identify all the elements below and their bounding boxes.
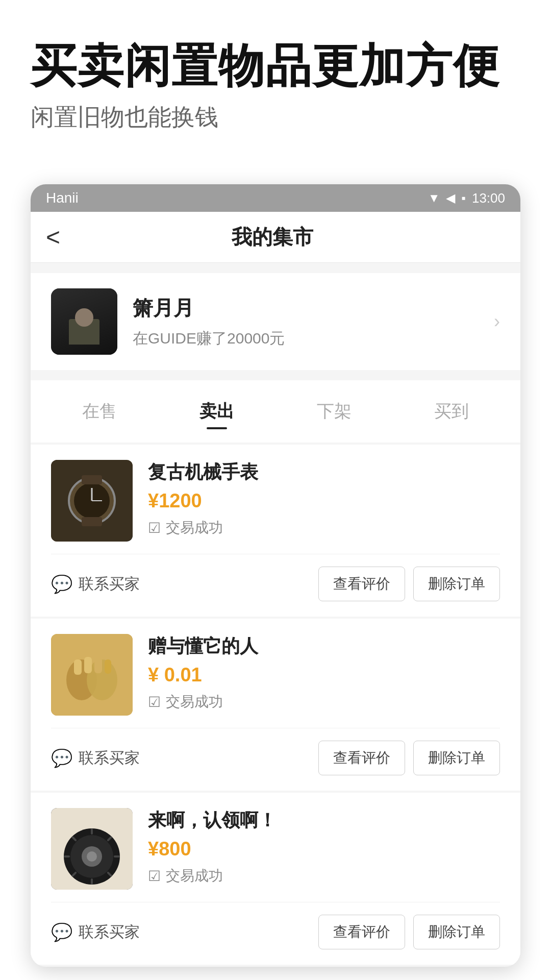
product-details: 复古机械手表 ¥1200 ☑ 交易成功 [148,460,500,537]
svg-rect-13 [105,659,111,674]
delete-order-button[interactable]: 删除订单 [413,741,500,775]
delete-order-button[interactable]: 删除订单 [413,915,500,949]
status-text: 交易成功 [166,518,223,537]
status-check-icon: ☑ [148,520,161,536]
product-name: 来啊，认领啊！ [148,808,500,833]
tab-bar: 在售 卖出 下架 买到 [31,380,520,443]
svg-rect-10 [74,659,82,675]
product-main-row: 来啊，认领啊！ ¥800 ☑ 交易成功 [51,808,500,890]
product-item: 复古机械手表 ¥1200 ☑ 交易成功 💬 联系买家 查看评价 [31,445,520,617]
product-price: ¥ 0.01 [148,664,500,686]
hero-title: 买卖闲置物品更加方便 [31,41,520,91]
hero-section: 买卖闲置物品更加方便 闲置旧物也能换钱 [0,0,551,154]
profile-card[interactable]: 箫月月 在GUIDE赚了20000元 › [31,273,520,370]
svg-rect-11 [84,657,92,673]
product-main-row: 赠与懂它的人 ¥ 0.01 ☑ 交易成功 [51,634,500,716]
svg-rect-6 [82,517,102,526]
product-status: ☑ 交易成功 [148,518,500,537]
action-row: 💬 联系买家 查看评价 删除订单 [51,554,500,601]
tab-sold[interactable]: 卖出 [189,396,244,427]
profile-name: 箫月月 [133,294,479,322]
chat-icon: 💬 [51,922,72,942]
battery-icon: ▪ [461,191,466,205]
view-review-button[interactable]: 查看评价 [318,915,405,949]
chat-icon: 💬 [51,574,72,594]
nav-bar: < 我的集市 [31,212,520,263]
product-image-gloves [51,634,133,716]
wifi-icon: ▼ [428,191,440,205]
hero-subtitle: 闲置旧物也能换钱 [31,102,520,133]
product-list: 复古机械手表 ¥1200 ☑ 交易成功 💬 联系买家 查看评价 [31,445,520,965]
product-item: 赠与懂它的人 ¥ 0.01 ☑ 交易成功 💬 联系买家 查看评价 [31,619,520,791]
profile-info: 箫月月 在GUIDE赚了20000元 [133,294,479,349]
product-image-tire [51,808,133,890]
product-name: 复古机械手表 [148,460,500,485]
product-details: 来啊，认领啊！ ¥800 ☑ 交易成功 [148,808,500,886]
svg-point-18 [87,851,97,862]
signal-icon: ◀ [446,191,455,205]
phone-frame: Hanii ▼ ◀ ▪ 13:00 < 我的集市 箫月月 在GUIDE赚了200… [31,184,520,967]
contact-label: 联系买家 [79,922,140,943]
back-button[interactable]: < [46,218,70,256]
action-row: 💬 联系买家 查看评价 删除订单 [51,902,500,949]
tab-on-sale[interactable]: 在售 [72,396,127,427]
svg-rect-12 [94,657,102,673]
svg-rect-23 [91,878,93,885]
svg-rect-5 [82,475,102,484]
avatar [51,288,117,355]
time-label: 13:00 [472,190,505,206]
action-buttons: 查看评价 删除订单 [318,915,500,949]
view-review-button[interactable]: 查看评价 [318,567,405,601]
status-check-icon: ☑ [148,694,161,710]
chat-icon: 💬 [51,748,72,768]
nav-title: 我的集市 [70,223,474,251]
status-check-icon: ☑ [148,868,161,885]
product-item: 来啊，认领啊！ ¥800 ☑ 交易成功 💬 联系买家 查看评价 [31,793,520,965]
product-price: ¥800 [148,838,500,860]
action-row: 💬 联系买家 查看评价 删除订单 [51,728,500,775]
contact-buyer-button[interactable]: 💬 联系买家 [51,922,140,943]
tab-removed[interactable]: 下架 [307,396,362,427]
action-buttons: 查看评价 删除订单 [318,741,500,775]
tab-bought[interactable]: 买到 [424,396,479,427]
contact-label: 联系买家 [79,574,140,595]
product-status: ☑ 交易成功 [148,866,500,886]
carrier-label: Hanii [46,190,79,206]
product-name: 赠与懂它的人 [148,634,500,659]
svg-rect-21 [114,855,120,857]
svg-rect-19 [91,828,93,835]
product-details: 赠与懂它的人 ¥ 0.01 ☑ 交易成功 [148,634,500,712]
delete-order-button[interactable]: 删除订单 [413,567,500,601]
svg-rect-25 [64,855,70,857]
action-buttons: 查看评价 删除订单 [318,567,500,601]
profile-arrow-icon: › [494,311,500,332]
product-price: ¥1200 [148,490,500,512]
view-review-button[interactable]: 查看评价 [318,741,405,775]
status-text: 交易成功 [166,692,223,712]
app-content: < 我的集市 箫月月 在GUIDE赚了20000元 › 在售 卖出 下架 买到 [31,212,520,965]
contact-buyer-button[interactable]: 💬 联系买家 [51,748,140,769]
contact-buyer-button[interactable]: 💬 联系买家 [51,574,140,595]
profile-description: 在GUIDE赚了20000元 [133,328,479,349]
status-text: 交易成功 [166,866,223,886]
status-bar: Hanii ▼ ◀ ▪ 13:00 [31,184,520,212]
product-status: ☑ 交易成功 [148,692,500,712]
contact-label: 联系买家 [79,748,140,769]
product-main-row: 复古机械手表 ¥1200 ☑ 交易成功 [51,460,500,542]
status-bar-right: ▼ ◀ ▪ 13:00 [428,190,505,206]
product-image-watch [51,460,133,542]
